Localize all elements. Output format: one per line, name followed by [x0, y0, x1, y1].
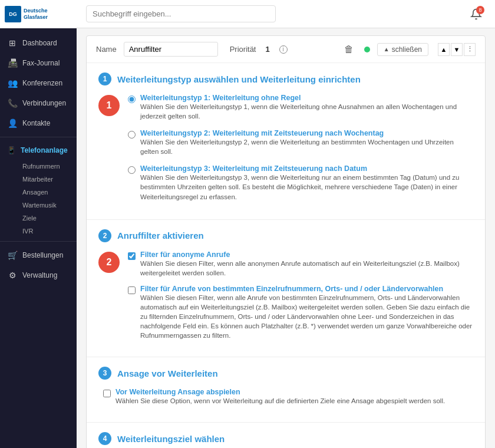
- radio-option-type2: Weiterleitungstyp 2: Weiterleitung mit Z…: [128, 129, 473, 156]
- filter-name-input[interactable]: [124, 42, 218, 57]
- anon-option-title: Filter für anonyme Anrufe: [140, 251, 473, 259]
- logo: DG Deutsche Glasfaser: [0, 0, 77, 28]
- checkbox-einzelruf-input[interactable]: [128, 286, 136, 294]
- radio-type1[interactable]: [128, 95, 136, 103]
- sidebar-item-rufnummern[interactable]: Rufnummern: [18, 160, 77, 173]
- section-2-content: 2 Filter für anonyme Anrufe Wählen Sie d…: [98, 251, 473, 348]
- sidebar-item-bestellungen[interactable]: 🛒 Bestellungen: [0, 245, 77, 265]
- sidebar-item-kontakte[interactable]: 👤 Kontakte: [0, 113, 77, 133]
- sidebar: DG Deutsche Glasfaser ⊞ Dashboard 📠 Fax-…: [0, 0, 77, 448]
- sidebar-item-label: Verbindungen: [22, 99, 66, 107]
- checkbox-anon: Filter für anonyme Anrufe Wählen Sie die…: [128, 251, 473, 278]
- sidebar-item-ivr[interactable]: IVR: [18, 225, 77, 238]
- logo-icon: DG: [5, 6, 21, 22]
- step-badge-3: 3: [98, 367, 111, 380]
- nav-down-button[interactable]: ▼: [451, 43, 463, 56]
- notification-badge: 8: [476, 6, 484, 14]
- sidebar-item-verwaltung[interactable]: ⚙ Verwaltung: [0, 265, 77, 285]
- sidebar-item-ziele[interactable]: Ziele: [18, 212, 77, 225]
- priority-value: 1: [265, 45, 269, 54]
- section-4-title: Weiterleitungsziel wählen: [117, 434, 225, 444]
- ansage-option-title: Vor Weiterleitung Ansage abspielen: [116, 388, 445, 396]
- filter-header: Name Priorität 1 i 🗑 ▲ schließen ▲ ▼ ⋮: [87, 36, 485, 63]
- close-button[interactable]: ▲ schließen: [377, 43, 428, 56]
- filter-name-label: Name: [96, 45, 117, 54]
- priority-info-icon[interactable]: i: [279, 45, 288, 54]
- checkbox-anon-input[interactable]: [128, 252, 136, 260]
- sidebar-item-label: Dashboard: [22, 39, 57, 47]
- radio-option-type1: Weiterleitungstyp 1: Weiterleitung ohne …: [128, 94, 473, 121]
- checkbox-einzelruf: Filter für Anrufe von bestimmten Einzelr…: [128, 285, 473, 340]
- nav-up-button[interactable]: ▲: [438, 43, 450, 56]
- search-input[interactable]: [86, 5, 276, 22]
- delete-filter-button[interactable]: 🗑: [341, 43, 357, 56]
- option-type2-desc: Wählen Sie den Weiterleitungstyp 2, wenn…: [140, 139, 454, 155]
- radio-type3[interactable]: [128, 166, 136, 174]
- section-2-title: Anruffilter aktivieren: [117, 230, 204, 241]
- checkbox-ansage-input[interactable]: [103, 390, 111, 397]
- section-2-header: 2 Anruffilter aktivieren: [98, 229, 473, 242]
- section-2: 2 Anruffilter aktivieren 2 Filter für an…: [87, 220, 485, 358]
- konferenzen-icon: 👥: [7, 78, 18, 88]
- notification-bell[interactable]: 8: [467, 5, 486, 24]
- sidebar-item-label: Kontakte: [22, 119, 50, 127]
- topbar: 8: [77, 0, 495, 28]
- checkbox-ansage: Vor Weiterleitung Ansage abspielen Wähle…: [98, 388, 473, 406]
- option-type3-title: Weiterleitungstyp 3: Weiterleitung mit Z…: [140, 164, 473, 173]
- section-4: 4 Weiterleitungsziel wählen 3 Paralleles…: [87, 423, 485, 448]
- sidebar-item-label: Bestellungen: [22, 251, 63, 259]
- chevron-up-icon: ▲: [384, 46, 390, 52]
- option-type1-desc: Wählen Sie den Weiterleitungstyp 1, wenn…: [140, 103, 457, 120]
- option-type3-desc: Wählen Sie den Weiterleitungstyp 3, wenn…: [140, 174, 459, 200]
- sidebar-item-label: Verwaltung: [22, 271, 57, 279]
- filter-card: Name Priorität 1 i 🗑 ▲ schließen ▲ ▼ ⋮: [86, 35, 486, 448]
- step-badge-4: 4: [98, 432, 111, 445]
- sidebar-item-dashboard[interactable]: ⊞ Dashboard: [0, 33, 77, 53]
- radio-option-type3: Weiterleitungstyp 3: Weiterleitung mit Z…: [128, 164, 473, 201]
- section-1-content: 1 Weiterleitungstyp 1: Weiterleitung ohn…: [98, 94, 473, 210]
- filter-body: 1 Weiterleitungstyp auswählen und Weiter…: [87, 63, 485, 448]
- sidebar-item-label: Konferenzen: [22, 79, 62, 87]
- kontakte-icon: 👤: [7, 118, 18, 128]
- sidebar-item-wartemusik[interactable]: Wartemusik: [18, 199, 77, 212]
- main-nav: ⊞ Dashboard 📠 Fax-Journal 👥 Konferenzen …: [0, 28, 77, 448]
- ansage-option-desc: Wählen Sie diese Option, wenn vor Weiter…: [116, 397, 445, 404]
- sidebar-item-fax[interactable]: 📠 Fax-Journal: [0, 53, 77, 73]
- section-3-title: Ansage vor Weiterleiten: [117, 368, 218, 378]
- section-3: 3 Ansage vor Weiterleiten Vor Weiterleit…: [87, 357, 485, 423]
- section-2-options: Filter für anonyme Anrufe Wählen Sie die…: [128, 251, 473, 348]
- telefonanlage-icon: 📱: [7, 146, 16, 154]
- sidebar-item-mitarbeiter[interactable]: Mitarbeiter: [18, 173, 77, 186]
- logo-text: Deutsche Glasfaser: [24, 8, 48, 21]
- sidebar-item-verbindungen[interactable]: 📞 Verbindungen: [0, 93, 77, 113]
- einzelruf-option-title: Filter für Anrufe von bestimmten Einzelr…: [140, 285, 473, 293]
- main-area: 8 Name Priorität 1 i 🗑 ▲ schließen ▲: [77, 0, 495, 448]
- sidebar-item-konferenzen[interactable]: 👥 Konferenzen: [0, 73, 77, 93]
- sidebar-item-ansagen[interactable]: Ansagen: [18, 186, 77, 199]
- section-1-title: Weiterleitungstyp auswählen und Weiterle…: [117, 74, 361, 84]
- verwaltung-icon: ⚙: [7, 271, 18, 280]
- telefonanlage-label: Telefonanlage: [21, 146, 68, 154]
- fax-icon: 📠: [7, 58, 18, 68]
- step-badge-2: 2: [98, 229, 111, 242]
- nav-menu-button[interactable]: ⋮: [464, 43, 476, 56]
- red-badge-2: 2: [98, 252, 120, 273]
- close-label: schließen: [392, 45, 422, 54]
- section-1-options: Weiterleitungstyp 1: Weiterleitung ohne …: [128, 94, 473, 210]
- sidebar-section-telefonanlage[interactable]: 📱 Telefonanlage: [0, 141, 77, 160]
- telefonanlage-submenu: Rufnummern Mitarbeiter Ansagen Wartemusi…: [0, 160, 77, 238]
- bestellungen-icon: 🛒: [7, 251, 18, 260]
- anon-option-desc: Wählen Sie diesen Filter, wenn alle anon…: [140, 260, 460, 276]
- option-type1-title: Weiterleitungstyp 1: Weiterleitung ohne …: [140, 94, 473, 102]
- option-type2-title: Weiterleitungstyp 2: Weiterleitung mit Z…: [140, 129, 473, 137]
- section-1-header: 1 Weiterleitungstyp auswählen und Weiter…: [98, 73, 473, 85]
- verbindungen-icon: 📞: [7, 98, 18, 108]
- radio-type2[interactable]: [128, 131, 136, 139]
- content-area: Name Priorität 1 i 🗑 ▲ schließen ▲ ▼ ⋮: [77, 28, 495, 448]
- status-indicator: [364, 47, 370, 52]
- dashboard-icon: ⊞: [7, 38, 18, 48]
- step-badge-1: 1: [98, 73, 111, 85]
- priority-label: Priorität: [230, 45, 256, 54]
- section-3-header: 3 Ansage vor Weiterleiten: [98, 367, 473, 380]
- einzelruf-option-desc: Wählen Sie diesen Filter, wenn alle Anru…: [140, 294, 472, 339]
